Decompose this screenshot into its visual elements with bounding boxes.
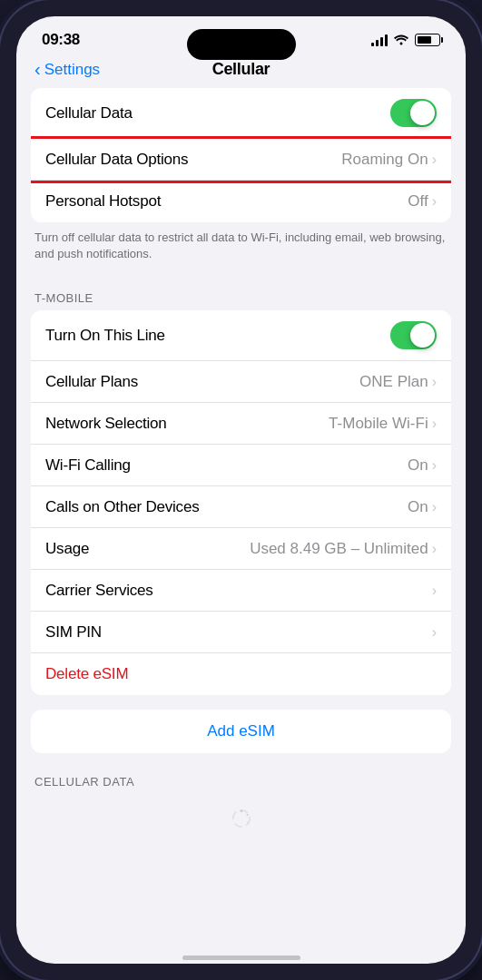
row-left: Cellular Data Options [45,151,341,169]
carrier-services-value-container: › [432,583,437,599]
row-left: Delete eSIM [45,665,437,683]
page-title: Cellular [212,60,271,79]
usage-value: Used 8.49 GB – Unlimited [250,540,428,558]
cellular-data-options-label: Cellular Data Options [45,151,188,169]
cellular-data-toggle[interactable] [390,99,437,127]
turn-on-line-row[interactable]: Turn On This Line [31,310,451,361]
usage-label: Usage [45,540,89,558]
battery-fill [418,36,431,44]
turn-on-line-toggle[interactable] [390,321,437,349]
chevron-icon: › [432,624,437,641]
loading-spinner [16,794,466,836]
main-settings-group: Cellular Data Cellular Data Options [31,88,451,222]
add-esim-row[interactable]: Add eSIM [31,710,451,753]
calls-other-devices-value: On [408,498,428,516]
cellular-data-toggle-container [390,99,437,127]
cellular-plans-label: Cellular Plans [45,373,138,391]
svg-point-3 [246,822,248,824]
usage-row[interactable]: Usage Used 8.49 GB – Unlimited › [31,528,451,570]
nav-bar: ‹ Settings Cellular [16,56,466,88]
phone-screen: 09:38 [16,16,466,964]
svg-point-0 [232,810,249,827]
cellular-data-row[interactable]: Cellular Data [31,88,451,139]
wifi-calling-row[interactable]: Wi-Fi Calling On › [31,445,451,486]
delete-esim-label: Delete eSIM [45,665,128,683]
signal-bar-3 [380,37,383,46]
main-section: Cellular Data Cellular Data Options [16,88,466,277]
row-left: SIM PIN [45,623,432,642]
chevron-icon: › [432,499,437,515]
bottom-section: CELLULAR DATA [16,753,466,836]
battery-icon [415,34,440,46]
row-left: Turn On This Line [45,327,390,345]
network-selection-value: T-Mobile Wi-Fi [329,415,428,433]
home-bar [182,956,300,960]
row-left: Cellular Plans [45,373,359,391]
phone-frame: 09:38 [0,0,482,980]
sim-pin-label: SIM PIN [45,623,102,642]
t-mobile-settings-group: Turn On This Line Cellular Plans [31,310,451,695]
svg-point-4 [241,826,241,827]
back-label: Settings [44,61,100,79]
chevron-icon: › [432,152,437,168]
usage-value-container: Used 8.49 GB – Unlimited › [250,540,437,558]
back-chevron-icon: ‹ [34,59,41,80]
chevron-icon: › [432,416,437,432]
back-button[interactable]: ‹ Settings [34,60,100,80]
home-indicator [16,948,466,964]
carrier-services-label: Carrier Services [45,582,153,600]
scroll-content: Cellular Data Cellular Data Options [16,88,466,948]
row-left: Carrier Services [45,582,432,600]
chevron-icon: › [432,541,437,557]
carrier-services-row[interactable]: Carrier Services › [31,570,451,612]
wifi-calling-value: On [408,456,428,475]
calls-other-devices-label: Calls on Other Devices [45,498,199,516]
network-selection-label: Network Selection [45,415,167,433]
calls-other-devices-row[interactable]: Calls on Other Devices On › [31,486,451,528]
t-mobile-section: T-MOBILE Turn On This Line [16,277,466,695]
cellular-plans-value: ONE Plan [359,373,428,391]
chevron-icon: › [432,193,437,210]
row-left: Cellular Data [45,104,390,122]
calls-other-devices-value-container: On › [408,498,437,516]
t-mobile-header: T-MOBILE [16,277,466,310]
toggle-knob [410,323,435,348]
cellular-plans-row[interactable]: Cellular Plans ONE Plan › [31,361,451,403]
add-esim-section: Add eSIM [16,710,466,753]
add-esim-label: Add eSIM [207,722,275,740]
cellular-data-options-row[interactable]: Cellular Data Options Roaming On › [31,139,451,181]
sim-pin-value-container: › [432,624,437,641]
signal-bar-4 [385,34,388,46]
signal-bars-icon [371,34,388,46]
toggle-knob [410,101,435,125]
row-left: Calls on Other Devices [45,498,408,516]
chevron-icon: › [432,457,437,474]
battery-body [415,34,440,46]
cellular-data-options-value-container: Roaming On › [341,151,437,169]
status-time: 09:38 [42,31,80,49]
svg-point-1 [240,810,242,813]
wifi-icon [393,33,409,48]
dynamic-island [187,29,296,60]
network-selection-row[interactable]: Network Selection T-Mobile Wi-Fi › [31,403,451,445]
turn-on-line-toggle-container [390,321,437,349]
row-left: Usage [45,540,250,558]
cellular-data-bottom-header: CELLULAR DATA [16,760,466,794]
cellular-data-info: Turn off cellular data to restrict all d… [16,222,466,277]
delete-esim-row[interactable]: Delete eSIM [31,653,451,695]
personal-hotspot-value: Off [408,192,428,211]
wifi-calling-label: Wi-Fi Calling [45,456,131,475]
signal-bar-1 [371,43,374,46]
sim-pin-row[interactable]: SIM PIN › [31,612,451,653]
personal-hotspot-value-container: Off › [408,192,437,211]
row-left: Personal Hotspot [45,192,408,211]
cellular-data-label: Cellular Data [45,104,133,122]
turn-on-line-label: Turn On This Line [45,327,165,345]
cellular-plans-value-container: ONE Plan › [359,373,437,391]
signal-bar-2 [376,40,379,46]
wifi-calling-value-container: On › [408,456,437,475]
network-selection-value-container: T-Mobile Wi-Fi › [329,415,437,433]
chevron-icon: › [432,583,437,599]
personal-hotspot-row[interactable]: Personal Hotspot Off › [31,181,451,222]
row-left: Network Selection [45,415,329,433]
